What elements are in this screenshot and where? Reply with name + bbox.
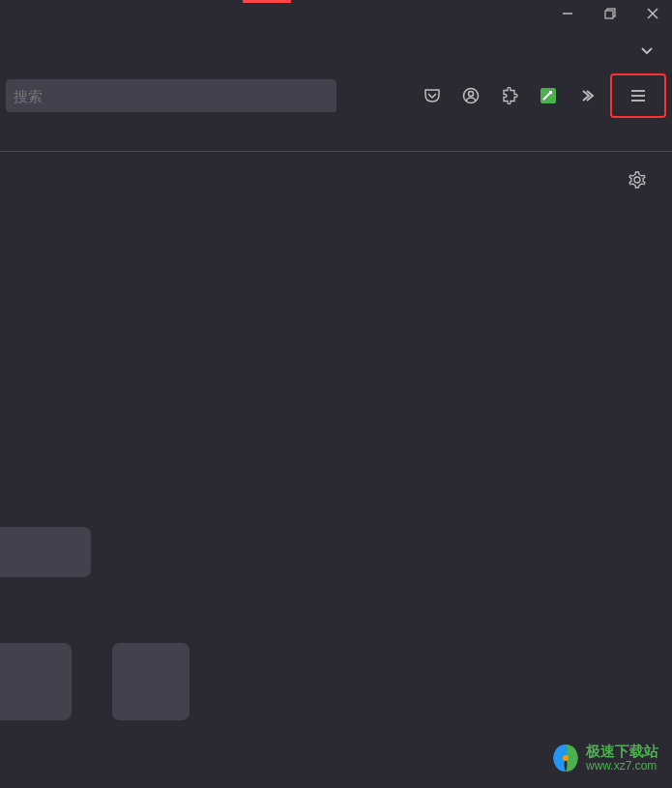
watermark: 极速下载站 www.xz7.com bbox=[549, 742, 658, 774]
svg-rect-2 bbox=[605, 11, 613, 18]
page-settings-button[interactable] bbox=[626, 169, 649, 192]
watermark-name: 极速下载站 bbox=[586, 744, 658, 760]
pocket-button[interactable] bbox=[417, 80, 448, 111]
hamburger-icon bbox=[629, 87, 647, 104]
minimize-button[interactable] bbox=[556, 2, 579, 25]
watermark-logo-icon bbox=[549, 742, 582, 774]
watermark-url: www.xz7.com bbox=[586, 760, 658, 773]
content-tile-2[interactable] bbox=[112, 643, 190, 720]
active-tab-indicator bbox=[243, 0, 291, 3]
content-area bbox=[0, 152, 672, 169]
search-input[interactable] bbox=[6, 79, 336, 112]
tab-bar bbox=[0, 27, 672, 73]
svg-point-12 bbox=[563, 755, 569, 761]
toolbar bbox=[0, 73, 672, 118]
account-button[interactable] bbox=[455, 80, 486, 111]
overflow-button[interactable] bbox=[571, 80, 602, 111]
extensions-button[interactable] bbox=[494, 80, 525, 111]
content-tile-1[interactable] bbox=[0, 643, 72, 720]
maximize-button[interactable] bbox=[599, 2, 622, 25]
gear-icon bbox=[628, 171, 647, 190]
extension-green-icon[interactable] bbox=[533, 80, 564, 111]
svg-point-6 bbox=[469, 92, 474, 97]
content-card-1[interactable] bbox=[0, 527, 91, 577]
close-button[interactable] bbox=[641, 2, 664, 25]
window-titlebar bbox=[0, 0, 672, 27]
svg-point-11 bbox=[634, 177, 640, 183]
tabs-dropdown-button[interactable] bbox=[635, 39, 658, 62]
app-menu-button[interactable] bbox=[610, 73, 666, 118]
